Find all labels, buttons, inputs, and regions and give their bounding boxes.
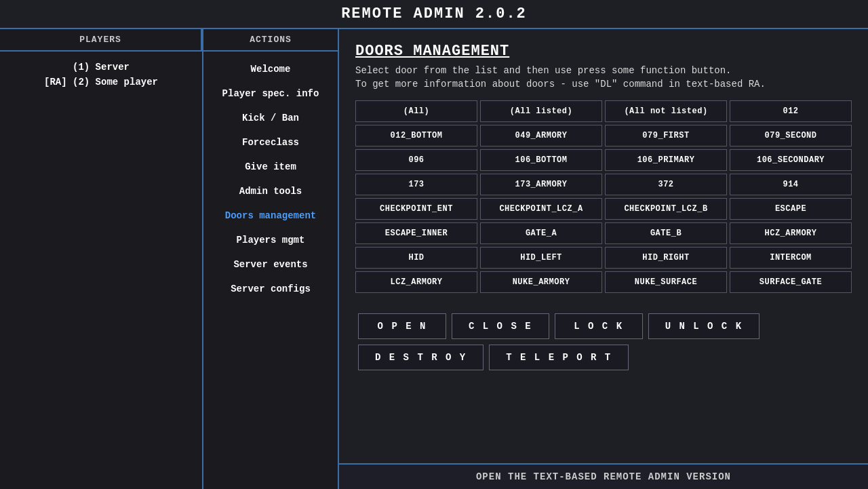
action-buttons: O P E NC L O S EL O C KU N L O C KD E S …: [355, 313, 852, 370]
door-button-hid-right[interactable]: HID_RIGHT: [605, 247, 727, 269]
func-btn-teleport[interactable]: T E L E P O R T: [489, 345, 629, 370]
player-entry-some-player[interactable]: [RA] (2) Some player: [8, 75, 194, 90]
content-area: DOORS MANAGEMENT Select door from the li…: [339, 29, 868, 463]
door-button-hcz-armory[interactable]: HCZ_ARMORY: [730, 222, 852, 244]
section-desc-2: To get more information about doors - us…: [355, 79, 852, 90]
door-button-gate-a[interactable]: GATE_A: [480, 222, 602, 244]
door-button--all-not-listed-[interactable]: (All not listed): [605, 100, 727, 122]
action-item-server-events[interactable]: Server events: [203, 252, 338, 277]
action-item-admin-tools[interactable]: Admin tools: [203, 179, 338, 203]
action-item-player-spec-info[interactable]: Player spec. info: [203, 81, 338, 106]
content-panel: DOORS MANAGEMENT Select door from the li…: [339, 29, 868, 489]
door-button-hid-left[interactable]: HID_LEFT: [480, 247, 602, 269]
door-button-012[interactable]: 012: [730, 100, 852, 122]
door-button-914[interactable]: 914: [730, 174, 852, 195]
door-button-gate-b[interactable]: GATE_B: [605, 222, 727, 244]
players-list: (1) Server [RA] (2) Some player: [0, 52, 202, 98]
door-button-checkpoint-lcz-a[interactable]: CHECKPOINT_LCZ_A: [480, 198, 602, 220]
player-entry-server[interactable]: (1) Server: [8, 60, 194, 75]
action-item-doors-management[interactable]: Doors management: [203, 203, 338, 228]
players-tab-label: PLAYERS: [0, 29, 202, 52]
func-btn-close[interactable]: C L O S E: [452, 313, 549, 339]
action-item-kick--ban[interactable]: Kick / Ban: [203, 106, 338, 130]
door-button-checkpoint-lcz-b[interactable]: CHECKPOINT_LCZ_B: [605, 198, 727, 220]
door-button-372[interactable]: 372: [605, 174, 727, 195]
action-item-welcome[interactable]: Welcome: [203, 57, 338, 81]
section-desc-1: Select door from the list and then use p…: [355, 65, 852, 76]
actions-panel: ACTIONS WelcomePlayer spec. infoKick / B…: [203, 29, 339, 489]
door-button-049-armory[interactable]: 049_ARMORY: [480, 125, 602, 146]
func-btn-open[interactable]: O P E N: [358, 313, 446, 339]
door-button-106-bottom[interactable]: 106_BOTTOM: [480, 149, 602, 171]
door-button-escape-inner[interactable]: ESCAPE_INNER: [355, 222, 477, 244]
footer-link[interactable]: OPEN THE TEXT-BASED REMOTE ADMIN VERSION: [339, 463, 868, 489]
door-button-surface-gate[interactable]: SURFACE_GATE: [730, 271, 852, 293]
door-button-lcz-armory[interactable]: LCZ_ARMORY: [355, 271, 477, 293]
players-panel: PLAYERS (1) Server [RA] (2) Some player: [0, 29, 203, 489]
func-btn-unlock[interactable]: U N L O C K: [648, 313, 760, 339]
actions-list: WelcomePlayer spec. infoKick / BanForcec…: [203, 52, 338, 307]
section-title: DOORS MANAGEMENT: [355, 43, 852, 60]
function-buttons-row-2: D E S T R O YT E L E P O R T: [358, 345, 852, 370]
door-button-106-secondary[interactable]: 106_SECONDARY: [730, 149, 852, 171]
door-button-173-armory[interactable]: 173_ARMORY: [480, 174, 602, 195]
function-buttons-row-1: O P E NC L O S EL O C KU N L O C K: [358, 313, 852, 339]
action-item-players-mgmt[interactable]: Players mgmt: [203, 228, 338, 252]
doors-grid: (All)(All listed)(All not listed)012012_…: [355, 100, 852, 293]
func-btn-destroy[interactable]: D E S T R O Y: [358, 345, 484, 370]
door-button-intercom[interactable]: INTERCOM: [730, 247, 852, 269]
door-button-079-first[interactable]: 079_FIRST: [605, 125, 727, 146]
door-button-hid[interactable]: HID: [355, 247, 477, 269]
func-btn-lock[interactable]: L O C K: [555, 313, 643, 339]
door-button-nuke-surface[interactable]: NUKE_SURFACE: [605, 271, 727, 293]
door-button-106-primary[interactable]: 106_PRIMARY: [605, 149, 727, 171]
door-button--all-listed-[interactable]: (All listed): [480, 100, 602, 122]
action-item-give-item[interactable]: Give item: [203, 155, 338, 179]
door-button-checkpoint-ent[interactable]: CHECKPOINT_ENT: [355, 198, 477, 220]
door-button-096[interactable]: 096: [355, 149, 477, 171]
action-item-server-configs[interactable]: Server configs: [203, 277, 338, 301]
actions-tab-label: ACTIONS: [203, 29, 338, 52]
door-button-012-bottom[interactable]: 012_BOTTOM: [355, 125, 477, 146]
app-header: REMOTE ADMIN 2.0.2: [0, 0, 868, 29]
door-button--all-[interactable]: (All): [355, 100, 477, 122]
app-title: REMOTE ADMIN 2.0.2: [341, 5, 527, 22]
door-button-079-second[interactable]: 079_SECOND: [730, 125, 852, 146]
action-item-forceclass[interactable]: Forceclass: [203, 130, 338, 155]
door-button-nuke-armory[interactable]: NUKE_ARMORY: [480, 271, 602, 293]
door-button-escape[interactable]: ESCAPE: [730, 198, 852, 220]
door-button-173[interactable]: 173: [355, 174, 477, 195]
